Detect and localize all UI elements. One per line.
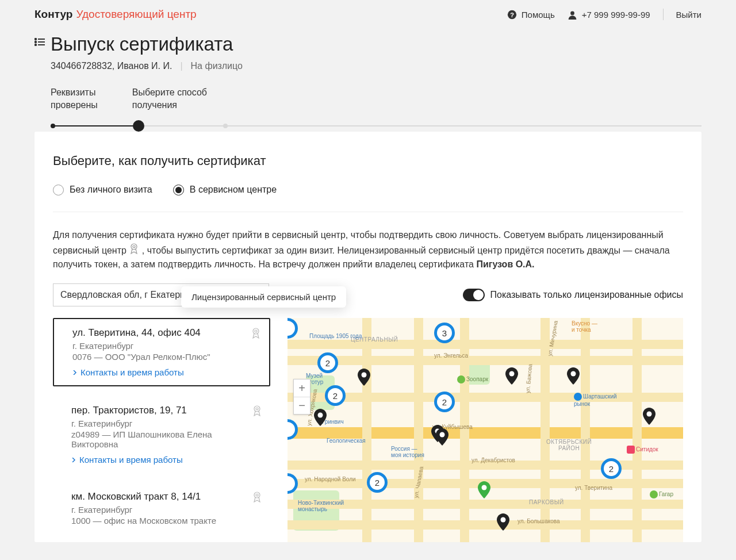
zoom-out-button[interactable]: − — [294, 397, 310, 414]
header-separator — [663, 9, 664, 20]
logout-link[interactable]: Выйти — [676, 10, 702, 20]
step-1: Реквизиты проверены — [51, 86, 98, 112]
svg-point-12 — [255, 330, 257, 332]
step-progress — [51, 120, 702, 132]
chevron-right-icon — [71, 458, 76, 462]
map-pin[interactable] — [567, 367, 580, 385]
service-center-card[interactable]: ул. Тверитина, 44, офис 404 г. Екатеринб… — [53, 318, 270, 386]
contacts-link[interactable]: Контакты и время работы — [72, 367, 259, 377]
radio-service-center[interactable]: В сервисном центре — [173, 185, 277, 195]
help-link[interactable]: ? Помощь — [507, 10, 555, 20]
svg-point-20 — [318, 413, 323, 418]
help-icon: ? — [507, 10, 517, 20]
licensed-badge-icon — [252, 405, 262, 419]
info-text: Для получения сертификата нужно будет пр… — [53, 212, 683, 283]
map[interactable]: ЦЕНТРАЛЬНЫЙ ОКТЯБРЬСКИЙ РАЙОН ПАРКОВЫЙ у… — [288, 318, 683, 542]
radio-icon — [173, 185, 184, 195]
phone-link[interactable]: +7 999 999-99-99 — [568, 10, 650, 20]
service-center-list: ул. Тверитина, 44, офис 404 г. Екатеринб… — [53, 318, 270, 542]
svg-point-24 — [501, 517, 506, 523]
svg-point-2 — [570, 11, 574, 15]
svg-point-25 — [482, 485, 487, 490]
svg-point-5 — [35, 41, 36, 43]
svg-point-13 — [254, 406, 260, 412]
svg-text:?: ? — [510, 11, 514, 18]
svg-point-16 — [256, 494, 258, 496]
chevron-right-icon — [72, 370, 77, 375]
map-pin[interactable] — [497, 513, 509, 531]
svg-point-11 — [253, 328, 259, 334]
svg-point-15 — [254, 492, 260, 498]
svg-point-18 — [509, 371, 515, 377]
list-icon[interactable] — [34, 38, 45, 46]
licensed-badge-icon — [251, 327, 261, 342]
map-pin[interactable] — [358, 369, 370, 386]
logo-main: Контур — [34, 8, 72, 21]
map-cluster[interactable]: 2 — [601, 458, 622, 479]
svg-point-19 — [571, 371, 576, 377]
map-cluster[interactable]: 2 — [317, 352, 338, 373]
step-2: Выберите способ получения — [132, 86, 207, 112]
radio-icon — [53, 185, 64, 195]
radio-no-visit[interactable]: Без личного визита — [53, 185, 152, 195]
toggle-label: Показывать только лицензированные офисы — [490, 290, 683, 300]
svg-point-22 — [440, 432, 445, 438]
logo[interactable]: Контур Удостоверяющий центр — [34, 8, 197, 21]
map-cluster[interactable]: 2 — [367, 472, 388, 493]
svg-point-3 — [35, 39, 36, 40]
zoom-controls: + − — [293, 379, 310, 415]
map-pin-selected[interactable] — [478, 481, 490, 498]
svg-point-17 — [362, 373, 367, 378]
licensed-tooltip: Лицензированный сервисный центр — [181, 286, 346, 308]
svg-point-23 — [647, 412, 652, 417]
map-cluster[interactable]: 3 — [434, 323, 455, 343]
logo-sub: Удостоверяющий центр — [76, 8, 196, 21]
user-icon — [568, 10, 577, 20]
licensed-only-toggle[interactable] — [463, 289, 485, 301]
service-center-card[interactable]: км. Московский тракт 8, 14/1 г. Екатерин… — [53, 483, 270, 539]
licensed-badge-icon — [129, 243, 139, 255]
map-cluster[interactable]: 2 — [434, 392, 455, 412]
svg-point-10 — [133, 246, 135, 248]
page-title: Выпуск сертификата — [51, 33, 702, 55]
svg-point-7 — [35, 44, 36, 45]
card-title: Выберите, как получить сертификат — [53, 154, 683, 168]
map-pin[interactable] — [436, 428, 448, 446]
contacts-link[interactable]: Контакты и время работы — [71, 455, 260, 465]
page-meta: 340466728832, Иванов И. И. | На физлицо — [51, 61, 702, 71]
zoom-in-button[interactable]: + — [294, 379, 310, 397]
licensed-badge-icon — [252, 491, 262, 505]
map-pin[interactable] — [643, 408, 656, 425]
map-pin[interactable] — [314, 409, 327, 426]
map-cluster[interactable]: 2 — [325, 385, 346, 406]
map-pin[interactable] — [505, 367, 518, 385]
svg-point-14 — [256, 408, 258, 410]
svg-point-9 — [131, 244, 137, 250]
service-center-card[interactable]: пер. Трактористов, 19, 71 г. Екатеринбур… — [53, 397, 270, 473]
